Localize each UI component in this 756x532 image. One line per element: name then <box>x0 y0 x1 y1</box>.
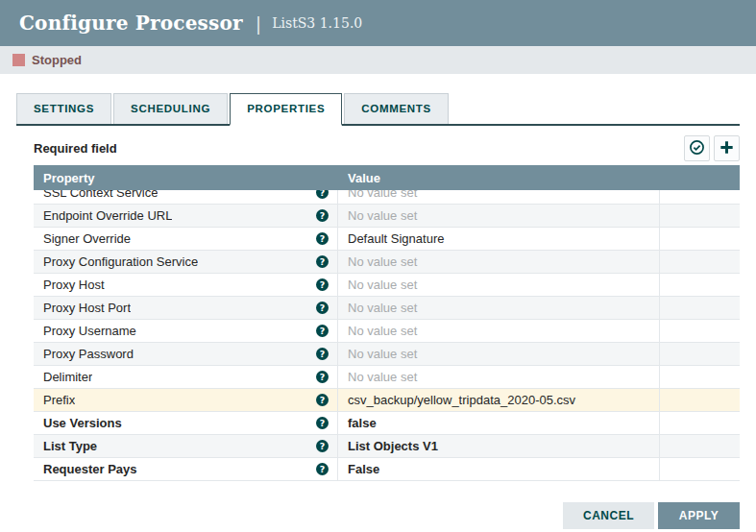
properties-table-header: Property Value <box>34 165 740 190</box>
tab-scheduling[interactable]: SCHEDULING <box>113 93 228 124</box>
tab-comments[interactable]: COMMENTS <box>344 93 449 124</box>
row-filler-cell <box>660 297 740 319</box>
properties-table-rows: SSL Context Service ? No value set Endpo… <box>34 190 740 481</box>
row-filler-cell <box>660 251 740 273</box>
verify-properties-icon <box>689 139 705 158</box>
property-name: SSL Context Service <box>43 190 158 200</box>
toolbar-buttons <box>684 135 740 161</box>
table-row-delimiter: Delimiter ? No value set <box>34 366 740 389</box>
property-value[interactable]: No value set <box>338 297 660 319</box>
property-name: Requester Pays <box>43 462 137 476</box>
table-row-ssl-context-service: SSL Context Service ? No value set <box>34 190 740 205</box>
property-name: Delimiter <box>43 370 92 384</box>
property-value[interactable]: false <box>338 412 660 434</box>
property-name: Proxy Host <box>43 278 105 292</box>
property-name: List Type <box>43 439 97 453</box>
help-icon[interactable]: ? <box>316 255 329 268</box>
property-value[interactable]: No value set <box>338 251 660 273</box>
help-icon[interactable]: ? <box>316 417 329 429</box>
row-filler-cell <box>660 389 740 411</box>
row-filler-cell <box>660 205 740 227</box>
tab-settings[interactable]: SETTINGS <box>16 93 111 124</box>
dialog-header: Configure Processor | ListS3 1.15.0 <box>0 0 756 46</box>
status-bar: Stopped <box>0 46 756 74</box>
properties-table: Property Value SSL Context Service ? No … <box>34 165 740 481</box>
row-filler-cell <box>660 228 740 250</box>
help-icon[interactable]: ? <box>316 325 329 337</box>
property-name: Endpoint Override URL <box>43 208 172 223</box>
column-header-value: Value <box>338 171 660 185</box>
add-property-button[interactable] <box>714 135 740 161</box>
processor-name-version: ListS3 1.15.0 <box>272 15 362 31</box>
row-filler-cell <box>660 366 740 388</box>
property-value[interactable]: False <box>338 458 660 480</box>
dialog-title: Configure Processor <box>19 12 243 35</box>
status-label: Stopped <box>32 53 82 67</box>
property-name: Use Versions <box>43 416 122 430</box>
row-filler-cell <box>660 343 740 365</box>
row-filler-cell <box>660 320 740 342</box>
cancel-button[interactable]: CANCEL <box>563 502 654 529</box>
table-row-prefix: Prefix ? csv_backup/yellow_tripdata_2020… <box>34 389 740 412</box>
property-value[interactable]: Default Signature <box>338 228 660 250</box>
help-icon[interactable]: ? <box>316 190 329 199</box>
help-icon[interactable]: ? <box>316 348 329 360</box>
required-field-label: Required field <box>34 141 117 156</box>
help-icon[interactable]: ? <box>316 232 329 245</box>
table-row-requester-pays: Requester Pays ? False <box>34 458 740 481</box>
help-icon[interactable]: ? <box>316 302 329 314</box>
table-row-proxy-username: Proxy Username ? No value set <box>34 320 740 343</box>
table-row-endpoint-override-url: Endpoint Override URL ? No value set <box>34 205 740 228</box>
help-icon[interactable]: ? <box>316 209 329 222</box>
title-separator: | <box>256 12 261 34</box>
add-property-icon <box>719 139 735 158</box>
tab-properties[interactable]: PROPERTIES <box>230 93 342 126</box>
tab-bar: SETTINGSSCHEDULINGPROPERTIESCOMMENTS <box>16 93 740 126</box>
property-name: Proxy Username <box>43 324 136 338</box>
row-filler-cell <box>660 190 740 204</box>
property-name: Signer Override <box>43 231 131 246</box>
table-row-use-versions: Use Versions ? false <box>34 412 740 435</box>
table-row-proxy-password: Proxy Password ? No value set <box>34 343 740 366</box>
property-value[interactable]: No value set <box>338 190 660 204</box>
property-value[interactable]: No value set <box>338 343 660 365</box>
apply-button[interactable]: APPLY <box>658 502 740 529</box>
property-value[interactable]: No value set <box>338 320 660 342</box>
configure-processor-dialog: Configure Processor | ListS3 1.15.0 Stop… <box>0 0 756 532</box>
property-name: Proxy Password <box>43 347 134 361</box>
property-value[interactable]: No value set <box>338 274 660 296</box>
help-icon[interactable]: ? <box>316 278 329 291</box>
property-value[interactable]: No value set <box>338 205 660 227</box>
row-filler-cell <box>660 435 740 457</box>
row-filler-cell <box>660 412 740 434</box>
table-row-list-type: List Type ? List Objects V1 <box>34 435 740 458</box>
stopped-status-icon <box>12 54 25 66</box>
column-header-property: Property <box>34 171 338 185</box>
row-filler-cell <box>660 274 740 296</box>
verify-properties-button[interactable] <box>684 135 710 161</box>
property-name: Proxy Host Port <box>43 301 131 315</box>
properties-toolbar: Required field <box>34 135 740 161</box>
property-value[interactable]: csv_backup/yellow_tripdata_2020-05.csv <box>338 389 660 411</box>
property-value[interactable]: No value set <box>338 366 660 388</box>
table-row-signer-override: Signer Override ? Default Signature <box>34 228 740 251</box>
help-icon[interactable]: ? <box>316 463 329 475</box>
dialog-footer-buttons: CANCEL APPLY <box>563 502 740 529</box>
table-row-proxy-host-port: Proxy Host Port ? No value set <box>34 297 740 320</box>
help-icon[interactable]: ? <box>316 440 329 452</box>
property-name: Proxy Configuration Service <box>43 254 198 269</box>
property-name: Prefix <box>43 393 75 407</box>
help-icon[interactable]: ? <box>316 371 329 383</box>
row-filler-cell <box>660 458 740 480</box>
property-value[interactable]: List Objects V1 <box>338 435 660 457</box>
table-row-proxy-host: Proxy Host ? No value set <box>34 274 740 297</box>
help-icon[interactable]: ? <box>316 394 329 406</box>
table-row-proxy-configuration-service: Proxy Configuration Service ? No value s… <box>34 251 740 274</box>
